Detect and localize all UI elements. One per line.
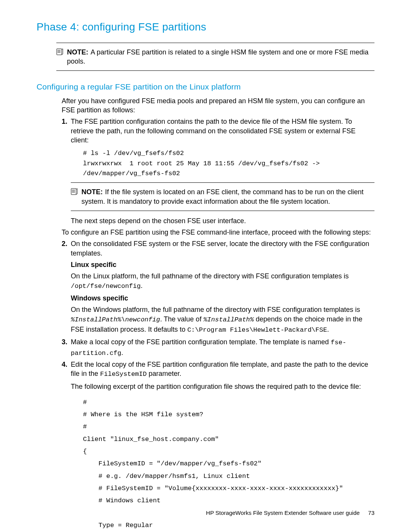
list-item: 4. Edit the local copy of the FSE partit… <box>62 360 374 532</box>
page-number: 73 <box>368 510 374 516</box>
code-block: # ls -l /dev/vg_fsefs/fs02 lrwxrwxrwx 1 … <box>83 149 374 179</box>
step-text: The FSE partition configuration contains… <box>71 118 355 144</box>
divider <box>71 211 374 211</box>
body-text: The next steps depend on the chosen FSE … <box>71 216 374 225</box>
divider <box>71 182 374 183</box>
body-text: On the Linux platform, the full pathname… <box>71 272 374 291</box>
note-block: NOTE:A particular FSE partition is relat… <box>56 46 374 68</box>
list-item: 2. On the consolidated FSE system or the… <box>62 239 374 335</box>
subsection-heading: Configuring a regular FSE partition on t… <box>37 81 374 92</box>
sub-heading: Linux specific <box>71 260 374 269</box>
step-text: Make a local copy of the FSE partition c… <box>71 338 346 356</box>
svg-rect-4 <box>71 189 76 195</box>
note-icon <box>71 188 78 197</box>
body-text: The following excerpt of the partition c… <box>71 382 374 391</box>
body-text: To configure an FSE partition using the … <box>62 228 374 237</box>
note-block: NOTE:If the file system is located on an… <box>71 186 374 208</box>
note-label: NOTE: <box>81 188 103 196</box>
note-text: If the file system is located on an FSE … <box>81 188 363 205</box>
body-text: On the Windows platform, the full pathna… <box>71 305 374 335</box>
divider <box>56 70 374 71</box>
step-number: 2. <box>62 239 67 248</box>
inline-code: %InstallPath%\newconfig <box>71 316 160 323</box>
section-heading: Phase 4: configuring FSE partitions <box>37 20 374 34</box>
step-text: On the consolidated FSE system or the FS… <box>71 240 369 257</box>
sub-heading: Windows specific <box>71 294 374 303</box>
note-label: NOTE: <box>67 48 88 56</box>
step-number: 1. <box>62 117 67 126</box>
inline-code: %InstallPath% <box>203 316 254 323</box>
body-text: After you have configured FSE media pool… <box>62 96 374 115</box>
step-number: 4. <box>62 360 67 369</box>
step-number: 3. <box>62 337 67 347</box>
note-icon <box>56 48 64 58</box>
list-item: 3. Make a local copy of the FSE partitio… <box>62 337 374 358</box>
divider <box>56 43 374 43</box>
inline-code: /opt/fse/newconfig <box>71 283 141 290</box>
inline-code: FileSystemID <box>100 371 147 378</box>
list-item: 1. The FSE partition configuration conta… <box>62 117 374 225</box>
page-footer: HP StorageWorks File System Extender Sof… <box>206 509 374 517</box>
step-text: Edit the local copy of the FSE partition… <box>71 361 368 377</box>
note-text: A particular FSE partition is related to… <box>67 48 368 65</box>
inline-code: C:\Program Files\Hewlett-Packard\FSE <box>187 326 327 334</box>
footer-title: HP StorageWorks File System Extender Sof… <box>206 510 360 516</box>
svg-rect-0 <box>57 49 62 55</box>
